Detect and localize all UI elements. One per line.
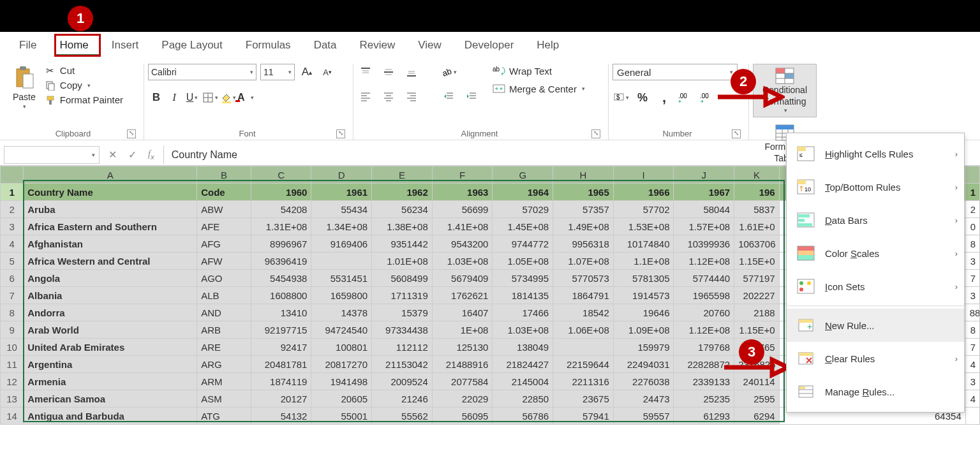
clear-rules-icon	[796, 349, 816, 367]
chevron-down-icon: ▾	[23, 103, 26, 110]
underline-button[interactable]: U▾	[184, 89, 200, 106]
alignment-label: Alignment⤡	[357, 128, 602, 140]
menu-label: Manage Rules...	[825, 386, 895, 397]
align-middle-button[interactable]	[380, 64, 397, 80]
borders-button[interactable]: ▾	[202, 89, 218, 106]
italic-button[interactable]: I	[166, 89, 182, 106]
bold-button[interactable]: B	[148, 89, 165, 106]
svg-text:ab: ab	[493, 66, 500, 73]
increase-indent-button[interactable]	[463, 88, 480, 105]
font-color-button[interactable]: A▾	[237, 89, 254, 106]
number-format-select[interactable]: General▾	[612, 64, 738, 80]
font-name-select[interactable]: Calibri▾	[148, 64, 256, 80]
svg-text:.00: .00	[700, 92, 709, 99]
fill-color-button[interactable]: ▾	[219, 89, 236, 106]
merge-center-button[interactable]: Merge & Center ▾	[493, 83, 585, 94]
tab-page-layout[interactable]: Page Layout	[150, 34, 234, 57]
svg-rect-68	[798, 214, 810, 217]
align-bottom-button[interactable]	[403, 64, 420, 80]
svg-rect-72	[798, 251, 814, 255]
svg-rect-6	[49, 100, 52, 105]
menu-label: Color Scales	[825, 248, 879, 259]
cut-button[interactable]: ✂ Cut	[45, 65, 123, 76]
align-left-button[interactable]	[357, 88, 374, 105]
chevron-right-icon: ›	[955, 182, 958, 192]
tab-view[interactable]: View	[406, 34, 453, 57]
increase-font-button[interactable]: A▴	[299, 64, 315, 80]
menu-manage-rules[interactable]: Manage Rules...	[787, 375, 964, 408]
scissors-icon: ✂	[45, 66, 56, 76]
tab-file[interactable]: File	[8, 34, 48, 57]
chevron-right-icon: ›	[955, 282, 958, 291]
format-painter-button[interactable]: Format Painter	[45, 94, 123, 105]
svg-rect-48	[785, 73, 794, 78]
wrap-text-button[interactable]: ab Wrap Text	[493, 65, 585, 77]
paste-button[interactable]: Paste ▾	[9, 64, 40, 111]
fx-icon[interactable]: fx	[148, 149, 154, 161]
chevron-down-icon: ▾	[582, 85, 585, 92]
tab-developer[interactable]: Developer	[453, 34, 526, 57]
number-label: Number⤡	[612, 128, 742, 140]
svg-point-78	[807, 281, 811, 285]
wrap-text-label: Wrap Text	[509, 66, 552, 77]
svg-text:≤: ≤	[799, 152, 803, 158]
svg-point-76	[799, 281, 803, 285]
align-top-button[interactable]	[357, 64, 374, 80]
menu-icon-sets[interactable]: Icon Sets ›	[787, 270, 964, 303]
menu-data-bars[interactable]: Data Bars ›	[787, 203, 964, 237]
font-size-select[interactable]: 11▾	[260, 64, 295, 80]
dialog-launcher-icon[interactable]: ⤡	[127, 129, 136, 138]
tab-review[interactable]: Review	[348, 34, 407, 57]
svg-rect-65	[798, 180, 806, 184]
callout-3: 3	[739, 339, 764, 365]
comma-button[interactable]: ,	[656, 89, 672, 106]
decrease-indent-button[interactable]	[440, 88, 457, 105]
decrease-decimal-button[interactable]: .00	[699, 89, 716, 106]
dialog-launcher-icon[interactable]: ⤡	[336, 129, 345, 138]
cut-label: Cut	[60, 65, 75, 76]
callout-2: 2	[731, 69, 756, 94]
dialog-launcher-icon[interactable]: ⤡	[591, 129, 600, 138]
svg-rect-87	[799, 386, 805, 389]
svg-rect-71	[798, 246, 814, 251]
svg-rect-53	[776, 125, 794, 129]
font-label: Font⤡	[148, 128, 346, 140]
align-right-button[interactable]	[403, 88, 420, 105]
align-center-button[interactable]	[380, 88, 397, 105]
svg-rect-5	[47, 96, 54, 100]
svg-rect-4	[48, 84, 54, 91]
menu-new-rule[interactable]: + New Rule...	[787, 309, 964, 342]
callout-1: 1	[68, 6, 93, 31]
menu-highlight-cells[interactable]: ≤ Highlight Cells Rules ›	[787, 137, 964, 170]
tab-insert[interactable]: Insert	[100, 34, 151, 57]
svg-rect-83	[799, 353, 813, 356]
group-alignment: ab▾ ab Wrap Text Merge &	[353, 64, 609, 140]
decrease-font-button[interactable]: A▾	[319, 64, 336, 80]
svg-rect-73	[798, 255, 814, 260]
color-scales-icon	[796, 244, 816, 262]
menu-top-bottom[interactable]: 10 Top/Bottom Rules ›	[787, 170, 964, 203]
orientation-button[interactable]: ab▾	[440, 64, 457, 80]
tab-help[interactable]: Help	[525, 34, 570, 57]
menu-label: Data Bars	[825, 215, 868, 226]
menu-clear-rules[interactable]: Clear Rules ›	[787, 342, 964, 375]
increase-decimal-button[interactable]: .00	[678, 89, 694, 106]
menu-label: Top/Bottom Rules	[825, 182, 900, 193]
dialog-launcher-icon[interactable]: ⤡	[732, 129, 741, 138]
tab-data[interactable]: Data	[302, 34, 348, 57]
tab-formulas[interactable]: Formulas	[234, 34, 302, 57]
enter-icon[interactable]: ✓	[128, 149, 137, 161]
chevron-right-icon: ›	[955, 149, 958, 159]
svg-point-77	[799, 288, 803, 291]
percent-button[interactable]: %	[634, 89, 651, 106]
menu-color-scales[interactable]: Color Scales ›	[787, 237, 964, 270]
svg-rect-1	[20, 66, 26, 70]
cancel-icon[interactable]: ✕	[108, 149, 117, 161]
accounting-format-button[interactable]: $▾	[612, 89, 629, 106]
svg-rect-11	[235, 100, 240, 102]
group-clipboard: Paste ▾ ✂ Cut Copy ▾ Format Painter	[5, 64, 144, 140]
name-box[interactable]: ▾	[4, 146, 100, 164]
chevron-right-icon: ›	[955, 216, 958, 225]
ribbon: Paste ▾ ✂ Cut Copy ▾ Format Painter	[0, 59, 980, 140]
copy-button[interactable]: Copy ▾	[45, 80, 123, 91]
